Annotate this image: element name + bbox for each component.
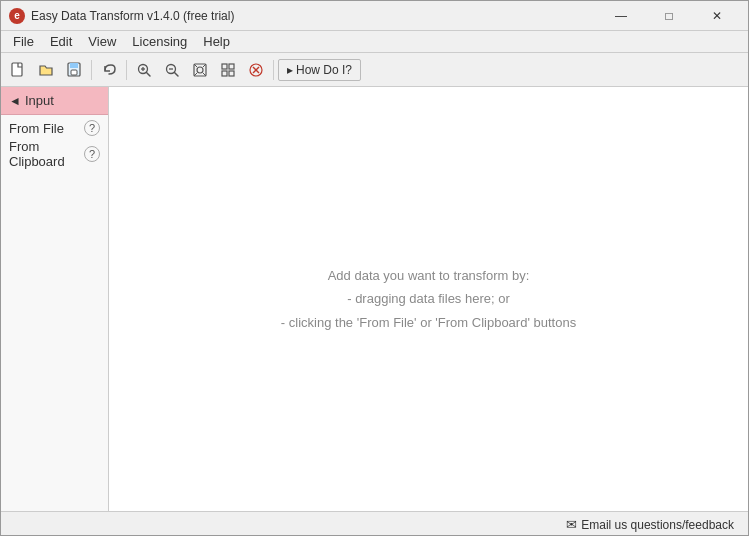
grid-button[interactable] <box>215 57 241 83</box>
input-header: ◄ Input <box>1 87 108 115</box>
cancel-button[interactable] <box>243 57 269 83</box>
title-bar-controls: — □ ✕ <box>598 1 740 31</box>
status-bar: ✉ Email us questions/feedback <box>1 511 748 536</box>
svg-point-12 <box>197 67 203 73</box>
close-button[interactable]: ✕ <box>694 1 740 31</box>
svg-rect-3 <box>71 70 77 75</box>
main-layout: ◄ Input From File ? From Clipboard ? Add… <box>1 87 748 511</box>
title-bar: e Easy Data Transform v1.4.0 (free trial… <box>1 1 748 31</box>
window-title: Easy Data Transform v1.4.0 (free trial) <box>31 9 234 23</box>
from-file-label: From File <box>9 121 64 136</box>
placeholder-line-1: Add data you want to transform by: <box>281 264 576 287</box>
open-button[interactable] <box>33 57 59 83</box>
menu-help[interactable]: Help <box>195 31 238 53</box>
menu-bar: File Edit View Licensing Help <box>1 31 748 53</box>
undo-button[interactable] <box>96 57 122 83</box>
svg-rect-17 <box>222 64 227 69</box>
from-file-item[interactable]: From File ? <box>1 115 108 141</box>
svg-rect-20 <box>229 71 234 76</box>
help-button-label: How Do I? <box>296 63 352 77</box>
toolbar: ▸ How Do I? <box>1 53 748 87</box>
main-content-area: Add data you want to transform by: - dra… <box>109 87 748 511</box>
app-icon: e <box>9 8 25 24</box>
svg-rect-18 <box>229 64 234 69</box>
zoom-in-button[interactable] <box>131 57 157 83</box>
toolbar-separator-3 <box>273 60 274 80</box>
email-feedback-label: Email us questions/feedback <box>581 518 734 532</box>
from-clipboard-label: From Clipboard <box>9 139 84 169</box>
save-button[interactable] <box>61 57 87 83</box>
zoom-out-button[interactable] <box>159 57 185 83</box>
placeholder-message: Add data you want to transform by: - dra… <box>281 264 576 334</box>
fit-button[interactable] <box>187 57 213 83</box>
svg-rect-19 <box>222 71 227 76</box>
svg-rect-0 <box>12 63 22 76</box>
placeholder-line-2: - dragging data files here; or <box>281 287 576 310</box>
input-arrow-icon: ◄ <box>9 94 21 108</box>
svg-rect-2 <box>70 63 78 68</box>
email-feedback-button[interactable]: ✉ Email us questions/feedback <box>560 515 740 534</box>
svg-line-10 <box>175 72 179 76</box>
left-panel: ◄ Input From File ? From Clipboard ? <box>1 87 109 511</box>
from-clipboard-item[interactable]: From Clipboard ? <box>1 141 108 167</box>
menu-licensing[interactable]: Licensing <box>124 31 195 53</box>
how-do-i-button[interactable]: ▸ How Do I? <box>278 59 361 81</box>
help-arrow-icon: ▸ <box>287 63 293 77</box>
svg-line-7 <box>147 72 151 76</box>
from-file-help-button[interactable]: ? <box>84 120 100 136</box>
toolbar-separator-2 <box>126 60 127 80</box>
menu-edit[interactable]: Edit <box>42 31 80 53</box>
menu-file[interactable]: File <box>5 31 42 53</box>
menu-view[interactable]: View <box>80 31 124 53</box>
placeholder-line-3: - clicking the 'From File' or 'From Clip… <box>281 311 576 334</box>
maximize-button[interactable]: □ <box>646 1 692 31</box>
toolbar-separator-1 <box>91 60 92 80</box>
title-bar-left: e Easy Data Transform v1.4.0 (free trial… <box>9 8 234 24</box>
envelope-icon: ✉ <box>566 517 577 532</box>
new-button[interactable] <box>5 57 31 83</box>
from-clipboard-help-button[interactable]: ? <box>84 146 100 162</box>
minimize-button[interactable]: — <box>598 1 644 31</box>
input-label: Input <box>25 93 54 108</box>
